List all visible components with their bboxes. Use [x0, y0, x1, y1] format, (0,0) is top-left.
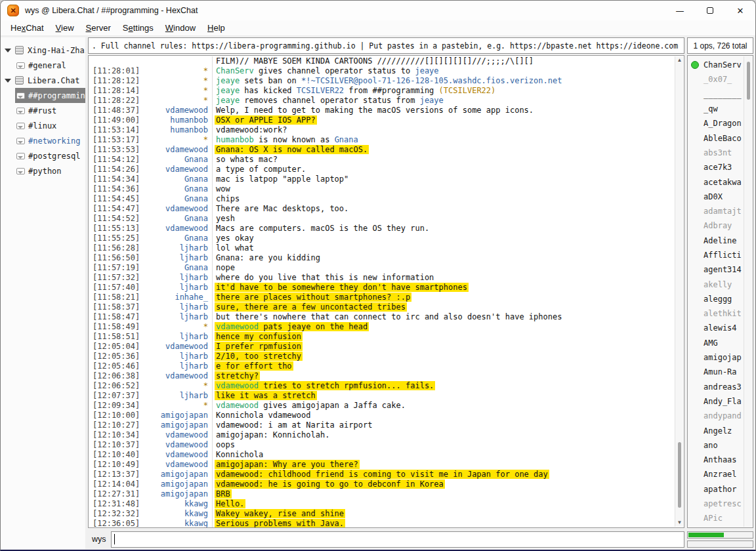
chat-scrollbar-thumb[interactable] [678, 442, 681, 508]
minimize-button[interactable]: — [665, 1, 695, 20]
user-list-item[interactable]: APic [688, 511, 745, 525]
chat-line: [11:54:34]Gnanamac is latpop "apple lapt… [89, 174, 675, 184]
user-list-item[interactable]: agent314 [688, 262, 745, 277]
user-list-item[interactable]: andreas3 [688, 380, 745, 394]
user-list-item[interactable]: akelly [688, 277, 745, 291]
user-list-item[interactable]: aleggg [688, 292, 745, 306]
chat-line: [11:28:14]*jeaye has kicked TCSILVER22 f… [89, 86, 675, 96]
user-list-item[interactable]: AbleBaco [688, 131, 745, 145]
message-segment: mac is latpop "apple laptop" [216, 174, 348, 184]
menu-window[interactable]: Window [159, 21, 201, 35]
user-list-item[interactable]: Andy_Fla [688, 394, 745, 409]
userlist-scrollbar[interactable] [744, 56, 752, 527]
message-text: Serious problems with Java. [216, 519, 344, 527]
nick: Gnana [138, 184, 212, 194]
message-segment: it'd have to be somewhere they don't hav… [216, 283, 467, 292]
menu-server[interactable]: Server [80, 21, 117, 35]
user-list-item[interactable]: abs3nt [688, 146, 745, 160]
nick-label: abs3nt [704, 148, 732, 157]
tree-item-programming[interactable]: ##programming [15, 88, 85, 103]
chat-log[interactable]: FILM)// MABYE SOEM KINDA CARTOONS //////… [89, 56, 675, 527]
nick: humanbob [138, 125, 212, 135]
chat-line: [12:10:00]amigojapanKonnichola vdamewood [89, 411, 675, 420]
nick-mention: jeaye [216, 96, 240, 105]
chat-line: [12:05:46]ljharbe for effort tho [89, 361, 675, 371]
user-list-item[interactable]: A_Dragon [688, 116, 745, 131]
menu-view[interactable]: View [50, 21, 80, 35]
message-segment: yesh [216, 214, 235, 223]
nick: * [138, 381, 212, 391]
close-button[interactable]: ✕ [725, 1, 755, 20]
menu-settings[interactable]: Settings [117, 21, 159, 35]
user-list-item[interactable]: andypand [688, 409, 745, 423]
tree-item-postgresql[interactable]: #postgresql [15, 148, 85, 163]
user-list-item[interactable]: acetakwa [688, 174, 745, 189]
nick: kkawg [138, 499, 212, 509]
chat-line: [11:57:40]ljharbit'd have to be somewher… [89, 283, 675, 293]
user-list-item[interactable]: Amun-Ra [688, 365, 745, 379]
user-list-item[interactable]: apetresc [688, 497, 745, 511]
tree-item-rust[interactable]: ##rust [15, 103, 85, 118]
message-text: yes okay [216, 234, 254, 243]
user-list-item[interactable]: Anzrael [688, 467, 745, 481]
maximize-button[interactable] [695, 1, 725, 20]
chat-line: [11:54:26]vdamewooda type of computer. [89, 165, 675, 174]
user-list-item[interactable]: ano [688, 438, 745, 453]
message-segment: pats jeaye on the head [259, 322, 368, 331]
message-text: so whats mac? [216, 155, 278, 164]
window-controls: — ✕ [665, 1, 755, 20]
user-list-item[interactable]: alethkit [688, 306, 745, 321]
nick: ljharb [138, 332, 212, 342]
menu-hexchat[interactable]: HexChat [5, 21, 50, 35]
expander-icon[interactable] [5, 49, 11, 52]
expander-icon[interactable] [5, 79, 11, 83]
user-list-item[interactable]: adamtajt [688, 204, 745, 218]
message-cell: Konnichola vdamewood [212, 411, 675, 420]
user-list-items[interactable]: ChanServ_0x07__________qwA_DragonAbleBac… [688, 58, 745, 527]
tree-item-networking[interactable]: #networking [15, 133, 85, 148]
tree-item-xing-hai-zhai[interactable]: Xing-Hai-Zhai [1, 43, 85, 58]
tree-item-linux[interactable]: #linux [15, 118, 85, 133]
user-list-item[interactable]: aD0X [688, 190, 745, 204]
message-segment: Macs are computers. macOS is the OS they… [216, 224, 429, 233]
titlebar[interactable]: ✕ wys @ Libera.Chat / ##programming - He… [1, 1, 755, 20]
maximize-icon [707, 7, 713, 14]
user-list-item[interactable]: Adbray [688, 218, 745, 233]
message-segment: Gnana: OS X is now called macOS. [216, 145, 368, 154]
tree-item-python[interactable]: #python [15, 163, 85, 178]
user-list-item[interactable]: AMG [688, 336, 745, 350]
scroll-up-icon[interactable]: ▲ [675, 57, 684, 64]
user-list-item[interactable]: Anthaas [688, 453, 745, 467]
user-list-item[interactable]: _qw [688, 102, 745, 116]
channel-tree: Xing-Hai-Zhai#generalLibera.Chat##progra… [1, 37, 85, 549]
message-segment: vdamewood:work? [216, 125, 287, 134]
user-list-item[interactable]: amigojap [688, 350, 745, 365]
user-list-item[interactable]: Adeline [688, 234, 745, 248]
message-cell: I prefer rpmfusion [212, 342, 675, 352]
chat-scrollbar[interactable]: ▲ ▼ [675, 56, 683, 527]
scroll-down-icon[interactable]: ▼ [675, 520, 684, 526]
message-text: e for effort tho [216, 361, 292, 371]
tree-item-general[interactable]: #general [15, 58, 85, 73]
user-list-item[interactable]: Afflicti [688, 248, 745, 262]
message-segment: Konnichola vdamewood [216, 411, 311, 420]
message-segment: from ##programming [344, 86, 439, 95]
timestamp: [12:10:27] [89, 420, 138, 430]
user-list-item[interactable]: alewis4 [688, 321, 745, 335]
chat-line: [11:53:53]vdamewoodGnana: OS X is now ca… [89, 145, 675, 155]
nick-label: Angelz [704, 426, 732, 436]
user-list-item[interactable]: _0x07_ [688, 72, 745, 87]
user-list-item[interactable]: Angelz [688, 423, 745, 438]
user-list: ChanServ_0x07__________qwA_DragonAbleBac… [687, 55, 753, 528]
tree-item-libera-chat[interactable]: Libera.Chat [1, 73, 85, 88]
message-input[interactable] [111, 531, 684, 548]
userlist-scrollbar-thumb[interactable] [747, 62, 750, 100]
menu-help[interactable]: Help [201, 21, 231, 35]
chat-line: [11:49:00]humanbobOSX or APPLE IOS APP? [89, 115, 675, 125]
nick-label: andreas3 [704, 382, 742, 392]
user-list-item[interactable]: ChanServ [688, 58, 745, 72]
user-list-item[interactable]: apathor [688, 482, 745, 497]
user-list-item[interactable]: ________ [688, 87, 745, 102]
user-list-item[interactable]: ace7k3 [688, 160, 745, 174]
topic-bar[interactable]: . Full channel rules: https://libera-pro… [88, 37, 684, 54]
